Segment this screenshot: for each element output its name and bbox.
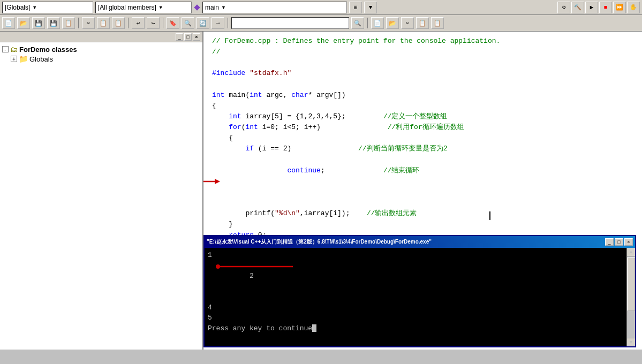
left-panel: _ □ × - 🗂 ForDemo classes + 📁 Globals <box>0 32 203 350</box>
code-line-1: // ForDemo.cpp : Defines the entry point… <box>212 36 633 47</box>
code-line-5 <box>212 79 633 90</box>
left-panel-btns: _ □ × <box>176 33 200 41</box>
console-minimize[interactable]: _ <box>605 238 614 246</box>
diamond-icon <box>194 4 200 10</box>
console-output-1: 1 <box>208 250 632 261</box>
members-dropdown[interactable]: [All global members] ▼ <box>95 2 192 13</box>
code-line-13: printf("%d\n",iarray[i]); //输出数组元素 <box>212 208 633 219</box>
btn-copy[interactable]: 📋 <box>97 17 110 29</box>
console-title: "E:\赵永发\Visual C++从入门到精通（第2版）6.8\TM\s1\3… <box>207 238 432 246</box>
left-panel-minimize[interactable]: _ <box>176 33 183 41</box>
toolbar-btn-1[interactable]: ⊞ <box>349 2 362 13</box>
sep3 <box>163 18 163 28</box>
btn-file-paste[interactable]: 📋 <box>431 17 444 29</box>
console-content: 1 2 4 5 Press any key to continue ▲ ▼ <box>205 248 635 346</box>
btn-redo[interactable]: ↪ <box>147 17 160 29</box>
btn-go[interactable]: → <box>212 17 224 29</box>
console-output-2: 2 <box>208 261 632 302</box>
console-output-5: Press any key to continue <box>208 323 632 334</box>
btn-new[interactable]: 📄 <box>2 17 15 29</box>
tree-area: - 🗂 ForDemo classes + 📁 Globals <box>0 42 202 66</box>
toolbar-row2: 📄 📂 💾 💾 📋 ✂ 📋 📋 ↩ ↪ 🔖 🔍 🔄 → 🔍 📄 📂 ✂ 📋 📋 <box>0 15 642 31</box>
code-line-4: #include "stdafx.h" <box>212 68 633 79</box>
tree-root-label: ForDemo classes <box>19 46 77 54</box>
toolbar-btn-debug[interactable]: ⏩ <box>613 2 626 13</box>
code-line-7: { <box>212 101 633 111</box>
left-panel-maximize[interactable]: □ <box>184 33 192 41</box>
btn-saveall[interactable]: 💾 <box>47 17 60 29</box>
code-line-3 <box>212 57 633 68</box>
toolbar-row1: [Globals] ▼ [All global members] ▼ main … <box>0 0 642 15</box>
code-panel[interactable]: // ForDemo.cpp : Defines the entry point… <box>203 32 642 350</box>
console-window: "E:\赵永发\Visual C++从入门到精通（第2版）6.8\TM\s1\3… <box>203 235 636 347</box>
globals-arrow: ▼ <box>32 5 37 10</box>
globals-dropdown[interactable]: [Globals] ▼ <box>2 2 93 13</box>
sep5 <box>367 18 368 28</box>
members-label: [All global members] <box>98 4 156 11</box>
console-scrollbar[interactable]: ▲ ▼ <box>626 248 635 346</box>
console-cursor <box>312 324 316 332</box>
tree-child-icon: 📁 <box>19 55 28 63</box>
btn-file-open[interactable]: 📂 <box>386 17 399 29</box>
main-dropdown[interactable]: main ▼ <box>202 2 347 13</box>
btn-file-new[interactable]: 📄 <box>371 17 384 29</box>
console-btns: _ □ × <box>605 238 633 246</box>
left-panel-close[interactable]: × <box>193 33 200 41</box>
code-line-10: { <box>212 133 633 143</box>
toolbar-btn-compile[interactable]: ⚙ <box>557 2 570 13</box>
members-arrow: ▼ <box>158 5 163 10</box>
btn-paste[interactable]: 📋 <box>112 17 125 29</box>
console-output-3: 4 <box>208 302 632 313</box>
code-line-2: // <box>212 47 633 57</box>
code-line-12: continue; //结束循环 <box>212 155 633 209</box>
toolbar-btn-build[interactable]: 🔨 <box>571 2 584 13</box>
sep4 <box>228 18 228 28</box>
main-arrow: ▼ <box>221 5 226 10</box>
code-line-8: int iarray[5] = {1,2,3,4,5}; //定义一个整型数组 <box>212 111 633 122</box>
btn-file-cut[interactable]: ✂ <box>401 17 414 29</box>
left-panel-titlebar: _ □ × <box>0 32 202 42</box>
code-line-6: int main(int argc, char* argv[]) <box>212 90 633 101</box>
tree-child[interactable]: + 📁 Globals <box>11 54 200 64</box>
sep1 <box>78 18 79 28</box>
btn-replace[interactable]: 🔄 <box>197 17 209 29</box>
btn-bookmark[interactable]: 🔖 <box>167 17 179 29</box>
main-area: _ □ × - 🗂 ForDemo classes + 📁 Globals //… <box>0 32 642 350</box>
code-cursor <box>489 211 490 220</box>
console-arrow <box>215 262 301 271</box>
tree-root[interactable]: - 🗂 ForDemo classes <box>2 44 200 54</box>
btn-save[interactable]: 💾 <box>32 17 45 29</box>
btn-search-go[interactable]: 🔍 <box>351 17 364 29</box>
console-restore[interactable]: □ <box>615 238 623 246</box>
code-line-14: } <box>212 219 633 230</box>
toolbar-btn-hand[interactable]: ✋ <box>627 2 640 13</box>
toolbar-area: [Globals] ▼ [All global members] ▼ main … <box>0 0 642 32</box>
console-output-4: 5 <box>208 313 632 323</box>
svg-marker-1 <box>215 179 220 184</box>
tree-child-expand[interactable]: + <box>11 56 17 62</box>
arrow-continue <box>203 176 223 187</box>
tree-root-icon: 🗂 <box>10 45 18 54</box>
search-combo[interactable] <box>231 17 349 29</box>
btn-find[interactable]: 🔍 <box>182 17 194 29</box>
btn-file-copy[interactable]: 📋 <box>416 17 429 29</box>
sep2 <box>128 18 129 28</box>
globals-label: [Globals] <box>5 4 30 11</box>
tree-child-label: Globals <box>29 55 53 63</box>
toolbar-btn-2[interactable]: ▼ <box>364 2 377 13</box>
console-close[interactable]: × <box>624 238 633 246</box>
code-line-9: for(int i=0; i<5; i++) //利用for循环遍历数组 <box>212 122 633 133</box>
btn-open[interactable]: 📂 <box>17 17 30 29</box>
toolbar-btn-stop[interactable]: ■ <box>599 2 612 13</box>
btn-cut[interactable]: ✂ <box>82 17 95 29</box>
btn-undo[interactable]: ↩ <box>132 17 145 29</box>
toolbar-btn-run[interactable]: ▶ <box>585 2 598 13</box>
svg-point-4 <box>216 264 220 269</box>
tree-root-expand[interactable]: - <box>2 46 9 52</box>
console-titlebar: "E:\赵永发\Visual C++从入门到精通（第2版）6.8\TM\s1\3… <box>205 236 635 248</box>
code-line-11: if (i == 2) //判断当前循环变量是否为2 <box>212 143 633 154</box>
main-label: main <box>205 4 219 11</box>
btn-saveall2[interactable]: 📋 <box>62 17 75 29</box>
